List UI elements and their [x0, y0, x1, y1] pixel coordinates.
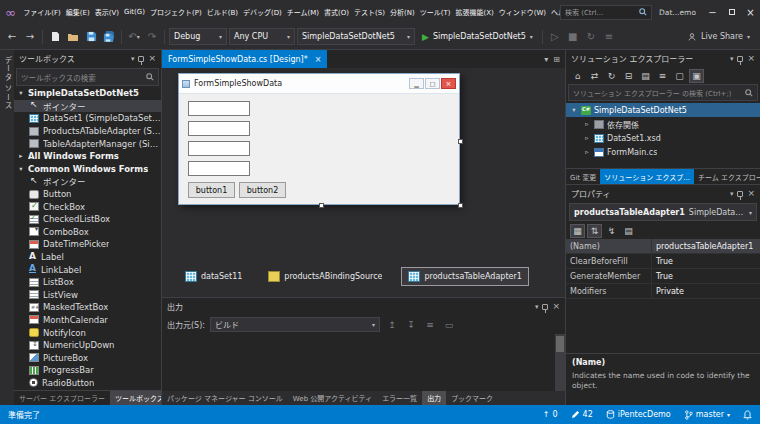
refresh-icon[interactable]: ↻ [583, 28, 599, 45]
property-row[interactable]: GenerateMemberTrue [566, 269, 760, 284]
tool-window-tab[interactable]: チーム エクスプローラー [694, 169, 760, 184]
stop-icon[interactable]: ■ [565, 28, 581, 45]
save-all-icon[interactable] [101, 28, 117, 45]
bottom-panel-tab[interactable]: エラー一覧 [377, 391, 422, 405]
solution-platform-dropdown[interactable]: Any CPU▾ [229, 28, 295, 45]
properties-object-dropdown[interactable]: productsaTableAdapter1 SimpleDataSetDotN… [569, 203, 757, 221]
chevron-down-icon[interactable]: ▾ [730, 55, 734, 63]
clear-all-icon[interactable]: ▭ [442, 318, 456, 332]
quick-search-box[interactable]: 検索 (Ctrl... [560, 5, 652, 20]
tray-component[interactable]: productsaTableAdapter1 [401, 267, 528, 286]
menu-item[interactable]: 編集(E) [63, 7, 92, 17]
alphabetical-icon[interactable]: ⇅ [587, 224, 602, 238]
toolbox-item[interactable]: TableAdapterManager (Sim... [14, 137, 161, 150]
toolbox-section-header[interactable]: ▾Common Windows Forms [14, 163, 161, 176]
save-icon[interactable] [83, 28, 99, 45]
toolbox-item[interactable]: ProgressBar [14, 364, 161, 377]
close-icon[interactable]: × [747, 189, 755, 198]
menu-item[interactable]: 表示(V) [92, 7, 121, 17]
property-row[interactable]: ClearBeforeFillTrue [566, 254, 760, 269]
tray-component[interactable]: dataSet11 [178, 267, 249, 286]
toolbox-item[interactable]: ProductsATableAdapter (Si... [14, 125, 161, 138]
next-message-icon[interactable]: ↧ [404, 318, 418, 332]
preview-selected-items-icon[interactable]: ▣ [689, 69, 704, 83]
tree-item[interactable]: ▹FormMain.cs [566, 145, 760, 159]
tree-item[interactable]: ▹依存関係 [566, 117, 760, 131]
output-scrollbar[interactable] [555, 334, 565, 391]
tree-item[interactable]: ▹DataSet1.xsd [566, 131, 760, 145]
pin-icon[interactable] [737, 56, 743, 62]
toolbox-section-header[interactable]: ▸All Windows Forms [14, 150, 161, 163]
toolbox-item[interactable]: NumericUpDown [14, 339, 161, 352]
design-form-window[interactable]: FormSimpleShowData ▁ □ × button1 b [178, 73, 460, 205]
toolbox-item[interactable]: ListView [14, 289, 161, 302]
branch-selector[interactable]: master ▾ [684, 410, 730, 420]
toolbox-item[interactable]: Label [14, 251, 161, 264]
float-window-icon[interactable]: ⊞ [553, 55, 560, 64]
menu-item[interactable]: 拡張機能(X) [453, 7, 496, 17]
form-maximize-button[interactable]: □ [425, 78, 440, 89]
textbox4[interactable] [188, 161, 250, 176]
active-files-dropdown-icon[interactable]: ▾ [544, 55, 548, 64]
tree-item[interactable]: ▾SimpleDataSetDotNet5 [566, 103, 760, 117]
menu-item[interactable]: ヘルプ(H) [549, 7, 560, 17]
menu-item[interactable]: ビルド(B) [204, 7, 240, 17]
toolbox-item[interactable]: NotifyIcon [14, 326, 161, 339]
menu-item[interactable]: Git(G) [122, 8, 148, 16]
property-row[interactable]: (Name)productsaTableAdapter1 [566, 239, 760, 254]
toolbox-item[interactable]: MonthCalendar [14, 314, 161, 327]
tool-window-tab[interactable]: ツールボックス [110, 391, 161, 405]
menu-item[interactable]: ウィンドウ(W) [496, 7, 548, 17]
minimize-button[interactable]: − [703, 0, 722, 24]
chevron-down-icon[interactable]: ▾ [747, 33, 750, 40]
design-form-body[interactable]: button1 button2 [179, 94, 459, 204]
menu-item[interactable]: デバッグ(D) [240, 7, 284, 17]
live-share-label[interactable]: Live Share [701, 32, 743, 41]
toolbox-item[interactable]: DataSet1 (SimpleDataSetD... [14, 112, 161, 125]
collapse-all-icon[interactable]: ⊟ [621, 69, 636, 83]
toolbox-item[interactable]: MaskedTextBox [14, 301, 161, 314]
pin-icon[interactable] [737, 191, 743, 197]
close-icon[interactable]: × [747, 54, 755, 63]
property-value[interactable]: Private [652, 284, 760, 298]
toolbox-item[interactable]: ポインター [14, 175, 161, 188]
close-icon[interactable]: × [552, 302, 560, 311]
design-form-titlebar[interactable]: FormSimpleShowData ▁ □ × [179, 74, 459, 94]
menu-item[interactable]: プロジェクト(P) [148, 7, 205, 17]
close-icon[interactable]: × [315, 55, 322, 64]
textbox3[interactable] [188, 141, 250, 156]
button1[interactable]: button1 [188, 182, 235, 198]
toolbox-section-header[interactable]: ▾SimpleDataSetDotNet5 [14, 87, 161, 100]
nest-files-icon[interactable]: ≡ [655, 69, 670, 83]
start-without-debugging-icon[interactable]: ▷ [547, 28, 563, 45]
menu-item[interactable]: ファイル(F) [21, 7, 64, 17]
tray-component[interactable]: productsABindingSource [261, 267, 389, 286]
new-file-icon[interactable] [47, 28, 63, 45]
output-source-dropdown[interactable]: ビルド ▾ [210, 317, 380, 332]
notifications-bell[interactable] [743, 410, 752, 420]
home-icon[interactable]: ⌂ [570, 69, 585, 83]
solution-explorer-search-input[interactable]: ソリューション エクスプローラー の検索 (Ctrl+;) [568, 84, 758, 101]
toolbox-item[interactable]: CheckBox [14, 200, 161, 213]
scrollbar-thumb[interactable] [556, 336, 564, 352]
outgoing-commits[interactable]: ↑ 0 [543, 410, 558, 419]
toolbox-item[interactable]: PictureBox [14, 351, 161, 364]
undo-icon[interactable]: ↶▾ [126, 28, 142, 45]
toolbox-item[interactable]: RadioButton [14, 377, 161, 390]
menu-item[interactable]: テスト(S) [352, 7, 388, 17]
menu-item[interactable]: 書式(O) [322, 7, 352, 17]
toolbox-item[interactable]: ComboBox [14, 226, 161, 239]
pin-icon[interactable] [542, 304, 548, 310]
close-icon[interactable]: × [148, 54, 156, 63]
build-menu-icon[interactable]: ≡ [601, 28, 617, 45]
show-all-files-icon[interactable]: ▢ [672, 69, 687, 83]
chevron-down-icon[interactable]: ▾ [730, 190, 734, 198]
repository-selector[interactable]: iPentecDemo [606, 410, 671, 419]
open-folder-icon[interactable] [65, 28, 81, 45]
document-tab[interactable]: FormSimpleShowData.cs [Design]* × [162, 50, 327, 68]
property-value[interactable]: True [652, 269, 760, 283]
bottom-panel-tab[interactable]: ブックマーク [446, 391, 498, 405]
startup-project-dropdown[interactable]: SimpleDataSetDotNet5▾ [297, 28, 415, 45]
navigate-back-icon[interactable]: ← [4, 28, 20, 45]
tool-window-tab[interactable]: ソリューション エクスプ... [600, 169, 694, 184]
